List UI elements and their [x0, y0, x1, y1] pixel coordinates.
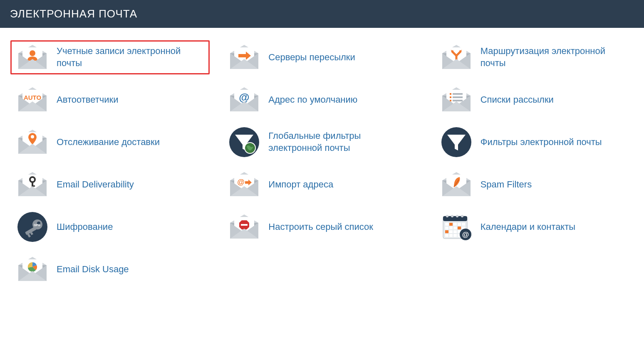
item-forwarders[interactable]: Серверы пересылки — [222, 40, 421, 74]
svg-point-42 — [446, 215, 448, 217]
svg-rect-55 — [453, 227, 457, 229]
svg-text:AUTO: AUTO — [24, 94, 42, 101]
svg-rect-10 — [450, 93, 451, 95]
item-label: Email Deliverability — [57, 179, 134, 191]
envelope-key-icon — [16, 172, 49, 197]
item-label: Отслеживание доставки — [57, 136, 160, 148]
item-email-routing[interactable]: Маршрутизация электронной почты — [434, 40, 634, 74]
item-email-disk-usage[interactable]: Email Disk Usage — [10, 252, 210, 286]
svg-rect-62 — [462, 223, 465, 226]
svg-rect-49 — [445, 234, 448, 237]
funnel-globe-icon — [228, 130, 261, 155]
svg-point-45 — [461, 215, 463, 217]
svg-rect-29 — [245, 181, 248, 184]
item-encryption[interactable]: GPG Шифрование — [10, 210, 210, 244]
item-track-delivery[interactable]: Отслеживание доставки — [10, 125, 210, 159]
item-label: Автоответчики — [57, 94, 118, 106]
svg-rect-66 — [449, 223, 453, 226]
envelope-arrow-icon — [228, 45, 261, 70]
item-label: Учетные записи электронной почты — [57, 45, 204, 69]
svg-point-44 — [456, 215, 458, 217]
key-circle-icon: GPG — [16, 214, 49, 239]
item-email-filters[interactable]: Фильтры электронной почты — [434, 125, 634, 159]
svg-rect-11 — [453, 93, 463, 95]
item-label: Импорт адреса — [268, 179, 333, 191]
svg-rect-54 — [453, 223, 457, 226]
svg-rect-67 — [458, 227, 461, 229]
item-email-accounts[interactable]: Учетные записи электронной почты — [10, 40, 210, 74]
item-label: Spam Filters — [481, 179, 532, 191]
envelope-at-arrow-icon: @ — [228, 172, 261, 197]
svg-text:GPG: GPG — [34, 224, 40, 227]
svg-text:@: @ — [462, 231, 469, 239]
svg-rect-52 — [449, 230, 453, 233]
item-label: Серверы пересылки — [268, 52, 355, 64]
item-label: Глобальные фильтры электронной почты — [268, 130, 416, 154]
item-label: Списки рассылки — [481, 94, 554, 106]
svg-rect-15 — [453, 100, 463, 101]
item-label: Календари и контакты — [481, 221, 575, 233]
svg-rect-51 — [449, 227, 453, 229]
svg-text:@: @ — [238, 178, 245, 186]
svg-rect-39 — [241, 224, 248, 226]
item-calendars-contacts[interactable]: @ Календари и контакты — [434, 210, 634, 244]
svg-point-17 — [31, 135, 34, 138]
envelope-at-icon: @ — [228, 87, 261, 112]
item-global-filters[interactable]: Глобальные фильтры электронной почты — [222, 125, 421, 159]
funnel-icon — [440, 130, 473, 155]
envelope-list-icon — [440, 87, 473, 112]
item-label: Фильтры электронной почты — [481, 136, 602, 148]
svg-point-1 — [30, 50, 35, 56]
svg-rect-68 — [445, 230, 448, 233]
item-label: Email Disk Usage — [57, 264, 129, 276]
item-label: Шифрование — [57, 221, 113, 233]
calendar-at-icon: @ — [440, 214, 473, 239]
svg-rect-53 — [449, 234, 453, 237]
svg-rect-3 — [238, 54, 246, 57]
item-mailing-lists[interactable]: Списки рассылки — [434, 83, 634, 117]
item-spam-filters[interactable]: Spam Filters — [434, 168, 634, 202]
envelope-stop-icon — [228, 214, 261, 239]
svg-point-43 — [451, 215, 453, 217]
item-address-importer[interactable]: @ Импорт адреса — [222, 168, 421, 202]
item-label: Маршрутизация электронной почты — [481, 45, 628, 69]
envelope-pie-icon — [16, 257, 49, 282]
envelope-pin-icon — [16, 130, 49, 155]
envelope-split-icon — [440, 45, 473, 70]
svg-rect-12 — [450, 96, 451, 98]
svg-rect-58 — [458, 223, 461, 226]
item-autoresponders[interactable]: AUTO Автоответчики — [10, 83, 210, 117]
envelope-feather-icon — [440, 172, 473, 197]
svg-point-31 — [17, 212, 47, 242]
svg-rect-57 — [453, 234, 457, 237]
svg-rect-56 — [453, 230, 457, 233]
item-email-deliverability[interactable]: Email Deliverability — [10, 168, 210, 202]
item-default-address[interactable]: @ Адрес по умолчанию — [222, 83, 421, 117]
svg-rect-13 — [453, 96, 463, 98]
item-label: Адрес по умолчанию — [268, 94, 357, 106]
svg-rect-25 — [32, 185, 35, 187]
svg-rect-47 — [445, 227, 448, 229]
svg-rect-46 — [445, 223, 448, 226]
item-label: Настроить серый список — [268, 221, 373, 233]
section-title: ЭЛЕКТРОННАЯ ПОЧТА — [0, 0, 644, 28]
item-greylisting[interactable]: Настроить серый список — [222, 210, 421, 244]
envelope-person-icon — [16, 45, 49, 70]
envelope-auto-icon: AUTO — [16, 87, 49, 112]
